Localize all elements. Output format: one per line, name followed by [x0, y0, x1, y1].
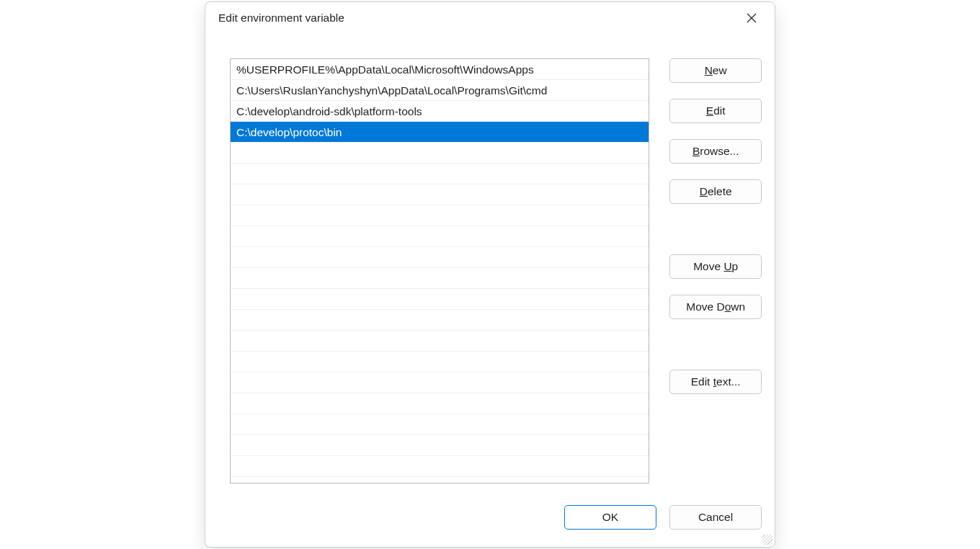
path-list-empty-row[interactable] — [231, 205, 649, 226]
path-list-empty-row[interactable] — [231, 393, 649, 414]
close-icon — [747, 13, 757, 23]
path-list-empty-row[interactable] — [231, 331, 649, 352]
path-list-item[interactable]: %USERPROFILE%\AppData\Local\Microsoft\Wi… — [231, 59, 649, 80]
path-listbox[interactable]: %USERPROFILE%\AppData\Local\Microsoft\Wi… — [230, 58, 649, 483]
move-down-button[interactable]: Move Down — [669, 295, 762, 319]
path-list-empty-row[interactable] — [231, 289, 649, 310]
resize-grip-icon[interactable] — [762, 535, 772, 545]
path-list-empty-row[interactable] — [231, 164, 649, 184]
path-list-item[interactable]: C:\develop\protoc\bin — [231, 122, 649, 143]
path-list-empty-row[interactable] — [231, 372, 649, 393]
path-list-empty-row[interactable] — [231, 456, 649, 477]
edit-text-button[interactable]: Edit text... — [669, 370, 762, 394]
path-list-empty-row[interactable] — [231, 310, 649, 331]
cancel-button[interactable]: Cancel — [669, 505, 762, 530]
edit-button[interactable]: Edit — [669, 99, 762, 123]
path-list-empty-row[interactable] — [231, 143, 649, 164]
browse-button[interactable]: Browse... — [669, 139, 762, 164]
edit-env-var-dialog: Edit environment variable %USERPROFILE%\… — [205, 1, 775, 548]
side-button-column: New Edit Browse... Delete Move Up Move D… — [669, 58, 762, 491]
path-list-empty-row[interactable] — [231, 435, 649, 456]
path-list-empty-row[interactable] — [231, 226, 649, 247]
path-list-empty-row[interactable] — [231, 268, 649, 289]
close-button[interactable] — [737, 6, 766, 30]
dialog-content: %USERPROFILE%\AppData\Local\Microsoft\Wi… — [205, 34, 775, 498]
path-list-item[interactable]: C:\develop\android-sdk\platform-tools — [231, 101, 649, 122]
dialog-title: Edit environment variable — [218, 12, 344, 24]
move-up-button[interactable]: Move Up — [669, 254, 762, 279]
dialog-footer: OK Cancel — [205, 498, 775, 547]
path-list-empty-row[interactable] — [231, 247, 649, 268]
delete-button[interactable]: Delete — [669, 179, 762, 204]
new-button[interactable]: New — [669, 58, 762, 83]
path-list-empty-row[interactable] — [231, 414, 649, 435]
path-list-empty-row[interactable] — [231, 184, 649, 205]
titlebar: Edit environment variable — [205, 2, 775, 34]
ok-button[interactable]: OK — [564, 505, 656, 530]
path-list-item[interactable]: C:\Users\RuslanYanchyshyn\AppData\Local\… — [231, 80, 649, 101]
path-list-empty-row[interactable] — [231, 352, 649, 372]
